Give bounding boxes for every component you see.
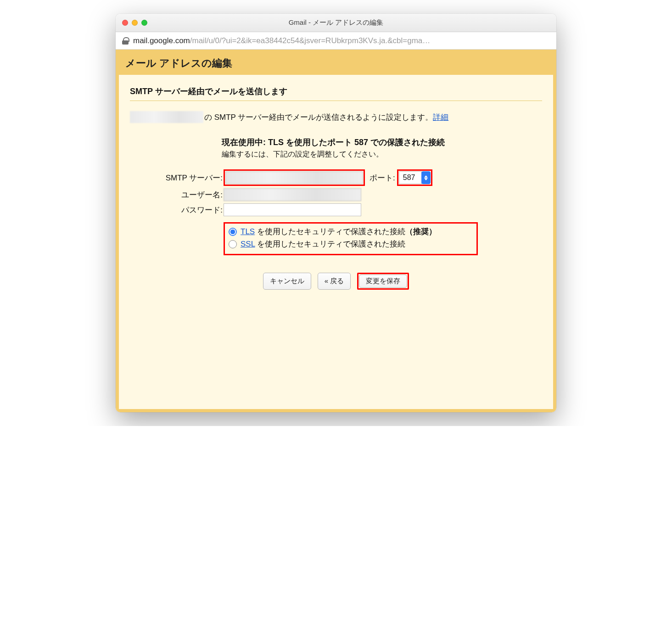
username-input[interactable] [224, 188, 361, 201]
username-label: ユーザー名: [130, 190, 224, 200]
edit-instruction: 編集するには、下記の設定を調整してください。 [222, 150, 542, 159]
main-content: SMTP サーバー経由でメールを送信します の SMTP サーバー経由でメールが… [119, 75, 553, 301]
smtp-label: SMTP サーバー: [130, 173, 224, 183]
port-label: ポート: [370, 173, 395, 183]
port-select[interactable]: 587 [399, 171, 431, 184]
address-bar[interactable]: mail.google.com/mail/u/0/?ui=2&ik=ea3844… [116, 32, 556, 50]
password-input[interactable] [224, 203, 361, 216]
titlebar: Gmail - メール アドレスの編集 [116, 14, 556, 32]
ssl-link[interactable]: SSL [241, 240, 255, 248]
section-title: SMTP サーバー経由でメールを送信します [130, 86, 542, 97]
cancel-button[interactable]: キャンセル [263, 273, 311, 290]
ssl-radio[interactable] [229, 240, 237, 248]
url-path: /mail/u/0/?ui=2&ik=ea38442c54&jsver=RUbk… [190, 36, 431, 45]
close-window-button[interactable] [122, 20, 128, 26]
window-title: Gmail - メール アドレスの編集 [116, 18, 556, 27]
button-row: キャンセル « 戻る 変更を保存 [130, 273, 542, 290]
tls-radio[interactable] [229, 228, 237, 236]
current-connection-text: 現在使用中: TLS を使用したポート 587 での保護された接続 [222, 137, 542, 148]
browser-window: Gmail - メール アドレスの編集 mail.google.com/mail… [116, 14, 556, 412]
tls-option[interactable]: TLS を使用したセキュリティで保護された接続（推奨） [229, 226, 473, 237]
detail-link[interactable]: 詳細 [433, 112, 448, 123]
password-row: パスワード: [130, 203, 542, 216]
url-text: mail.google.com/mail/u/0/?ui=2&ik=ea3844… [133, 36, 550, 45]
back-button[interactable]: « 戻る [318, 273, 351, 290]
port-value: 587 [399, 171, 422, 184]
chevron-updown-icon [421, 171, 431, 184]
smtp-highlight [224, 169, 365, 186]
page-header: メール アドレスの編集 [119, 53, 553, 75]
username-row: ユーザー名: [130, 188, 542, 201]
port-highlight: 587 [397, 169, 432, 186]
save-highlight: 変更を保存 [357, 273, 409, 290]
redacted-domain [130, 111, 203, 123]
smtp-server-input[interactable] [225, 171, 363, 184]
divider [130, 101, 542, 101]
traffic-lights [116, 20, 147, 26]
ssl-label: SSL を使用したセキュリティで保護された接続 [241, 239, 405, 249]
security-options-highlight: TLS を使用したセキュリティで保護された接続（推奨） SSL を使用したセキュ… [224, 222, 478, 255]
page-content: メール アドレスの編集 SMTP サーバー経由でメールを送信します の SMTP… [116, 50, 556, 412]
password-label: パスワード: [130, 205, 224, 215]
tls-link[interactable]: TLS [241, 227, 255, 236]
minimize-window-button[interactable] [132, 20, 138, 26]
intro-text: の SMTP サーバー経由でメールが送信されるように設定します。 [204, 112, 433, 123]
ssl-option[interactable]: SSL を使用したセキュリティで保護された接続 [229, 239, 473, 249]
smtp-row: SMTP サーバー: ポート: 587 [130, 169, 542, 186]
intro-line: の SMTP サーバー経由でメールが送信されるように設定します。 詳細 [130, 111, 542, 123]
tls-label: TLS を使用したセキュリティで保護された接続（推奨） [241, 226, 437, 237]
maximize-window-button[interactable] [141, 20, 147, 26]
save-button[interactable]: 変更を保存 [359, 275, 407, 288]
lock-icon [122, 37, 129, 45]
url-host: mail.google.com [133, 36, 190, 45]
